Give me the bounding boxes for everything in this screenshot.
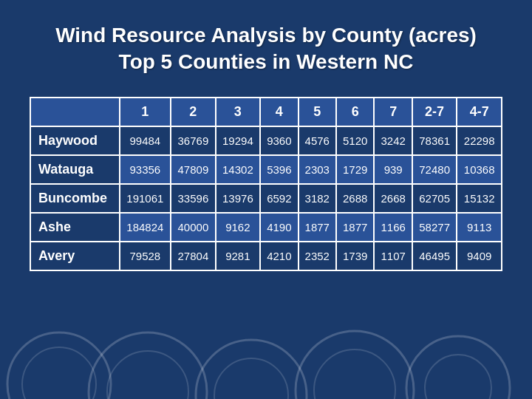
header-1: 1	[120, 98, 171, 126]
county-name: Buncombe	[30, 184, 120, 213]
data-cell: 2688	[336, 184, 374, 213]
main-content: Wind Resource Analysis by County (acres)…	[0, 0, 532, 286]
data-cell: 27804	[171, 242, 216, 270]
data-cell: 5396	[260, 155, 298, 184]
data-cell: 9360	[260, 126, 298, 155]
data-cell: 58277	[412, 213, 457, 242]
data-cell: 10368	[457, 155, 502, 184]
data-cell: 33596	[171, 184, 216, 213]
svg-point-6	[296, 331, 414, 399]
header-6: 6	[336, 98, 374, 126]
data-cell: 4190	[260, 213, 298, 242]
data-cell: 99484	[120, 126, 171, 155]
data-cell: 1877	[299, 213, 336, 242]
data-cell: 6592	[260, 184, 298, 213]
table-row: Avery79528278049281421023521739110746495…	[30, 242, 502, 270]
data-cell: 47809	[171, 155, 216, 184]
data-cell: 3242	[374, 126, 412, 155]
data-cell: 5120	[336, 126, 374, 155]
data-cell: 15132	[457, 184, 502, 213]
svg-point-9	[425, 355, 491, 399]
data-cell: 46495	[412, 242, 457, 270]
data-table: 1 2 3 4 5 6 7 2-7 4-7 Haywood99484367691…	[30, 97, 502, 271]
title-line2: Top 5 Counties in Western NC	[30, 49, 502, 75]
svg-point-4	[196, 340, 307, 399]
data-cell: 191061	[120, 184, 171, 213]
data-cell: 13976	[216, 184, 261, 213]
table-row: Watauga933564780914302539623031729939724…	[30, 155, 502, 184]
table-row: Buncombe19106133596139766592318226882668…	[30, 184, 502, 213]
table-row: Haywood994843676919294936045765120324278…	[30, 126, 502, 155]
data-cell: 62705	[412, 184, 457, 213]
chart-title: Wind Resource Analysis by County (acres)…	[30, 22, 502, 76]
data-cell: 1729	[336, 155, 374, 184]
data-cell: 1166	[374, 213, 412, 242]
header-2-7: 2-7	[412, 98, 457, 126]
svg-point-8	[406, 336, 510, 399]
data-cell: 40000	[171, 213, 216, 242]
header-county	[30, 98, 120, 126]
header-4: 4	[260, 98, 298, 126]
data-cell: 4576	[299, 126, 336, 155]
data-cell: 9281	[216, 242, 261, 270]
svg-point-3	[107, 351, 188, 399]
data-cell: 19294	[216, 126, 261, 155]
data-cell: 939	[374, 155, 412, 184]
header-row: 1 2 3 4 5 6 7 2-7 4-7	[30, 98, 502, 126]
header-3: 3	[216, 98, 261, 126]
data-cell: 2303	[299, 155, 336, 184]
header-2: 2	[171, 98, 216, 126]
data-cell: 79528	[120, 242, 171, 270]
data-cell: 36769	[171, 126, 216, 155]
data-cell: 3182	[299, 184, 336, 213]
data-cell: 72480	[412, 155, 457, 184]
data-cell: 9409	[457, 242, 502, 270]
svg-point-1	[22, 347, 96, 399]
svg-point-7	[314, 349, 395, 399]
data-cell: 1739	[336, 242, 374, 270]
data-cell: 14302	[216, 155, 261, 184]
title-line1: Wind Resource Analysis by County (acres)	[30, 22, 502, 49]
data-cell: 9113	[457, 213, 502, 242]
data-cell: 1877	[336, 213, 374, 242]
county-name: Watauga	[30, 155, 120, 184]
data-cell: 9162	[216, 213, 261, 242]
county-name: Haywood	[30, 126, 120, 155]
data-cell: 184824	[120, 213, 171, 242]
data-cell: 78361	[412, 126, 457, 155]
svg-point-5	[214, 358, 288, 399]
table-row: Ashe184824400009162419018771877116658277…	[30, 213, 502, 242]
data-cell: 93356	[120, 155, 171, 184]
data-cell: 2668	[374, 184, 412, 213]
data-cell: 1107	[374, 242, 412, 270]
data-cell: 4210	[260, 242, 298, 270]
header-4-7: 4-7	[457, 98, 502, 126]
county-name: Avery	[30, 242, 120, 270]
county-name: Ashe	[30, 213, 120, 242]
header-5: 5	[299, 98, 336, 126]
data-cell: 2352	[299, 242, 336, 270]
header-7: 7	[374, 98, 412, 126]
data-cell: 22298	[457, 126, 502, 155]
